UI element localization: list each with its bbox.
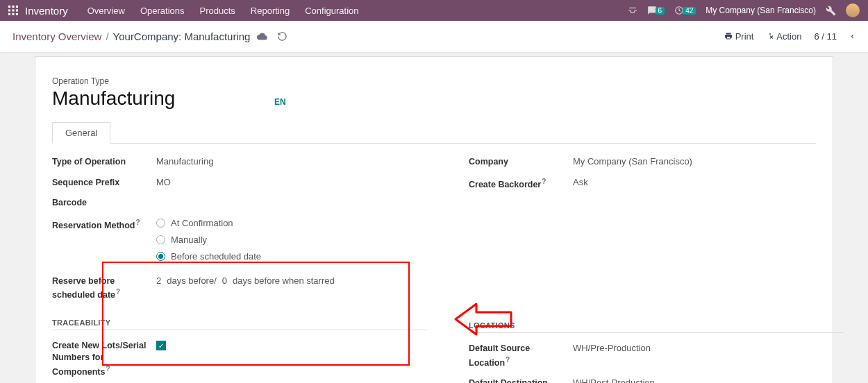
default-source-label: Default Source Location? bbox=[469, 343, 573, 369]
locations-header: LOCATIONS bbox=[469, 321, 844, 333]
help-icon[interactable]: ? bbox=[106, 365, 110, 373]
pager-prev-icon[interactable] bbox=[849, 33, 856, 40]
type-of-operation-value[interactable]: Manufacturing bbox=[156, 156, 213, 167]
sequence-prefix-label: Sequence Prefix bbox=[52, 177, 156, 189]
svg-rect-5 bbox=[16, 9, 18, 11]
user-avatar[interactable] bbox=[846, 3, 860, 17]
type-of-operation-label: Type of Operation bbox=[52, 156, 156, 169]
svg-rect-4 bbox=[12, 9, 14, 11]
company-label: Company bbox=[469, 156, 573, 169]
create-lots-checkbox[interactable]: ✓ bbox=[156, 341, 166, 350]
nav-configuration[interactable]: Configuration bbox=[305, 6, 358, 16]
sequence-prefix-value[interactable]: MO bbox=[156, 177, 171, 187]
radio-at-confirmation[interactable]: At Confirmation bbox=[156, 218, 261, 228]
record-title[interactable]: Manufacturing bbox=[52, 87, 260, 110]
breadcrumb-sep: / bbox=[106, 31, 108, 42]
messages-icon[interactable]: 6 bbox=[647, 6, 665, 15]
days-before-text: days before/ bbox=[167, 275, 217, 286]
help-icon[interactable]: ? bbox=[116, 288, 120, 296]
create-backorder-label: Create Backorder? bbox=[469, 177, 573, 192]
lang-badge[interactable]: EN bbox=[274, 97, 286, 107]
control-panel: Inventory Overview / YourCompany: Manufa… bbox=[0, 21, 868, 53]
tab-general[interactable]: General bbox=[52, 122, 110, 144]
breadcrumb-current: YourCompany: Manufacturing bbox=[113, 31, 251, 42]
activities-badge: 42 bbox=[683, 7, 696, 15]
default-source-value[interactable]: WH/Pre-Production bbox=[573, 343, 651, 353]
nav-overview[interactable]: Overview bbox=[87, 6, 125, 16]
help-icon[interactable]: ? bbox=[506, 356, 510, 364]
svg-rect-8 bbox=[16, 13, 18, 15]
apps-icon[interactable] bbox=[8, 6, 18, 15]
reserve-before-label: Reserve before scheduled date? bbox=[52, 275, 156, 302]
nav-reporting[interactable]: Reporting bbox=[251, 6, 290, 16]
default-destination-label: Default Destination bbox=[469, 377, 573, 383]
company-switcher[interactable]: My Company (San Francisco) bbox=[706, 6, 816, 15]
form-sheet: Operation Type Manufacturing EN General … bbox=[35, 56, 833, 383]
svg-rect-2 bbox=[16, 6, 18, 8]
print-button[interactable]: Print bbox=[724, 31, 753, 42]
debug-icon[interactable] bbox=[826, 6, 836, 16]
discard-icon[interactable] bbox=[277, 31, 287, 42]
svg-rect-3 bbox=[8, 9, 10, 11]
operation-type-label: Operation Type bbox=[52, 76, 260, 86]
help-icon[interactable]: ? bbox=[542, 178, 546, 185]
cloud-save-icon[interactable] bbox=[257, 31, 267, 42]
company-value[interactable]: My Company (San Francisco) bbox=[573, 156, 692, 167]
svg-rect-1 bbox=[12, 6, 14, 8]
days-before-value[interactable]: 2 bbox=[156, 275, 161, 286]
tabs: General bbox=[52, 122, 816, 144]
svg-rect-6 bbox=[8, 13, 10, 15]
nav-links: Overview Operations Products Reporting C… bbox=[87, 6, 359, 16]
barcode-label: Barcode bbox=[52, 197, 156, 210]
activities-icon[interactable]: 42 bbox=[674, 6, 696, 15]
tray-icon[interactable] bbox=[628, 6, 637, 15]
messages-badge: 6 bbox=[656, 7, 665, 15]
days-before-starred-text: days before when starred bbox=[233, 275, 335, 286]
help-icon[interactable]: ? bbox=[135, 219, 140, 226]
days-before-starred-value[interactable]: 0 bbox=[222, 275, 227, 286]
svg-rect-0 bbox=[8, 6, 10, 8]
reservation-method-radios: At Confirmation Manually Before schedule… bbox=[156, 218, 261, 262]
create-backorder-value[interactable]: Ask bbox=[573, 177, 588, 187]
default-destination-value[interactable]: WH/Post-Production bbox=[573, 377, 655, 383]
radio-before-scheduled[interactable]: Before scheduled date bbox=[156, 251, 261, 262]
action-button[interactable]: Action bbox=[766, 31, 801, 42]
pager[interactable]: 6 / 11 bbox=[814, 31, 837, 42]
main-navbar: Inventory Overview Operations Products R… bbox=[0, 0, 868, 21]
svg-rect-7 bbox=[12, 13, 14, 15]
traceability-header: TRACEABILITY bbox=[52, 318, 427, 330]
app-brand[interactable]: Inventory bbox=[25, 5, 68, 17]
create-lots-label: Create New Lots/Serial Numbers for Compo… bbox=[52, 340, 156, 379]
nav-products[interactable]: Products bbox=[199, 6, 235, 16]
breadcrumb-root[interactable]: Inventory Overview bbox=[12, 31, 101, 42]
nav-operations[interactable]: Operations bbox=[140, 6, 185, 16]
radio-manually[interactable]: Manually bbox=[156, 235, 261, 245]
reservation-method-label: Reservation Method? bbox=[52, 218, 156, 232]
